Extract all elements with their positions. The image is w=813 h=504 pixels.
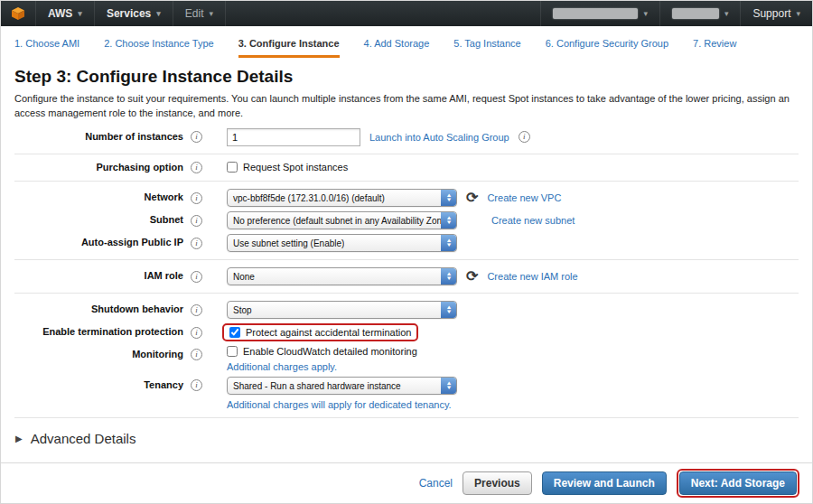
subnet-label: Subnet: [150, 214, 183, 226]
caret-down-icon: ▾: [796, 10, 800, 18]
nav-aws-label: AWS: [48, 7, 72, 20]
refresh-icon[interactable]: ⟳: [466, 269, 478, 284]
triangle-right-icon: ▶: [15, 434, 23, 443]
row-number-of-instances: Number of instances i Launch into Auto S…: [14, 128, 799, 146]
select-arrows-icon: ▲ ▼: [441, 235, 456, 251]
refresh-icon[interactable]: ⟳: [466, 191, 478, 205]
aws-cube-icon: [11, 6, 25, 21]
termination-protection-highlight: Protect against accidental termination: [222, 323, 418, 341]
iam-role-label: IAM role: [145, 270, 183, 282]
top-nav: AWS ▾ Services ▾ Edit ▾ ▾ ▾ Support ▾: [1, 1, 812, 26]
aws-logo[interactable]: [1, 1, 36, 26]
nav-spacer: [226, 1, 540, 26]
auto-assign-public-ip-select[interactable]: Use subnet setting (Enable) ▲ ▼: [227, 234, 457, 252]
number-of-instances-label: Number of instances: [85, 131, 183, 143]
nav-aws-menu[interactable]: AWS ▾: [36, 1, 95, 26]
shutdown-behavior-label: Shutdown behavior: [91, 303, 183, 315]
divider: [14, 293, 799, 294]
cancel-link[interactable]: Cancel: [419, 477, 453, 490]
nav-services-menu[interactable]: Services ▾: [95, 1, 173, 26]
page-description: Configure the instance to suit your requ…: [14, 92, 799, 121]
divider: [14, 154, 799, 154]
row-purchasing-option: Purchasing option i Request Spot instanc…: [14, 162, 799, 173]
network-label: Network: [145, 191, 183, 203]
ec2-launch-wizard-page: AWS ▾ Services ▾ Edit ▾ ▾ ▾ Support ▾ 1.…: [0, 0, 813, 504]
tenancy-select[interactable]: Shared - Run a shared hardware instance …: [227, 377, 457, 395]
nav-support-menu[interactable]: Support ▾: [740, 1, 812, 26]
info-icon[interactable]: i: [191, 215, 202, 227]
info-icon[interactable]: i: [191, 192, 202, 204]
caret-down-icon: ▾: [724, 10, 729, 18]
row-tenancy: Tenancy i Shared - Run a shared hardware…: [14, 377, 799, 410]
review-and-launch-button[interactable]: Review and Launch: [542, 471, 667, 495]
termination-protection-checkbox-label: Protect against accidental termination: [246, 327, 411, 338]
row-auto-assign-public-ip: Auto-assign Public IP i Use subnet setti…: [14, 234, 799, 252]
caret-down-icon: ▾: [643, 10, 648, 18]
divider: [14, 259, 799, 260]
info-icon[interactable]: i: [519, 131, 530, 143]
monitoring-additional-charges-link[interactable]: Additional charges apply.: [227, 361, 337, 372]
main-content: Step 3: Configure Instance Details Confi…: [1, 58, 812, 446]
nav-account-menu-redacted[interactable]: ▾: [540, 1, 659, 26]
wizard-footer: Cancel Previous Review and Launch Next: …: [1, 462, 812, 503]
nav-services-label: Services: [107, 7, 151, 20]
divider: [14, 417, 799, 418]
tenancy-label: Tenancy: [144, 379, 183, 391]
row-network: Network i vpc-bbf8f5de (172.31.0.0/16) (…: [14, 189, 799, 207]
select-arrows-icon: ▲ ▼: [441, 190, 456, 206]
auto-scaling-group-link[interactable]: Launch into Auto Scaling Group: [369, 132, 509, 143]
row-monitoring: Monitoring i Enable CloudWatch detailed …: [14, 346, 799, 372]
nav-region-menu-redacted[interactable]: ▾: [659, 1, 741, 26]
row-iam-role: IAM role i None ▲ ▼ ⟳ Create new IAM rol…: [14, 267, 799, 285]
purchasing-option-label: Purchasing option: [96, 162, 183, 173]
tenancy-additional-charges-link[interactable]: Additional charges will apply for dedica…: [227, 399, 452, 410]
row-termination-protection: Enable termination protection i Protect …: [14, 323, 799, 341]
tab-configure-instance[interactable]: 3. Configure Instance: [238, 38, 340, 58]
row-shutdown-behavior: Shutdown behavior i Stop ▲ ▼: [14, 301, 799, 319]
row-subnet: Subnet i No preference (default subnet i…: [14, 211, 799, 229]
info-icon[interactable]: i: [191, 238, 202, 249]
auto-assign-public-ip-label: Auto-assign Public IP: [81, 237, 183, 248]
advanced-details-label: Advanced Details: [31, 431, 136, 446]
info-icon[interactable]: i: [191, 327, 202, 339]
termination-protection-checkbox[interactable]: [229, 327, 240, 338]
select-arrows-icon: ▲ ▼: [441, 378, 456, 394]
info-icon[interactable]: i: [191, 162, 202, 173]
tab-choose-ami[interactable]: 1. Choose AMI: [14, 38, 79, 58]
cloudwatch-monitoring-label: Enable CloudWatch detailed monitoring: [243, 346, 417, 357]
monitoring-label: Monitoring: [132, 349, 183, 360]
tab-choose-instance-type[interactable]: 2. Choose Instance Type: [104, 38, 214, 58]
termination-protection-label: Enable termination protection: [42, 326, 183, 338]
tab-review[interactable]: 7. Review: [693, 38, 736, 58]
iam-role-select[interactable]: None ▲ ▼: [227, 267, 457, 285]
select-arrows-icon: ▲ ▼: [441, 268, 456, 285]
nav-edit-menu[interactable]: Edit ▾: [173, 1, 226, 26]
network-select[interactable]: vpc-bbf8f5de (172.31.0.0/16) (default) ▲…: [227, 189, 457, 207]
info-icon[interactable]: i: [191, 304, 202, 316]
caret-down-icon: ▾: [209, 10, 213, 18]
tab-add-storage[interactable]: 4. Add Storage: [364, 38, 430, 58]
tab-configure-security-group[interactable]: 6. Configure Security Group: [546, 38, 668, 58]
create-new-iam-role-link[interactable]: Create new IAM role: [487, 271, 577, 282]
number-of-instances-input[interactable]: [227, 128, 360, 146]
shutdown-behavior-select[interactable]: Stop ▲ ▼: [227, 301, 457, 319]
select-arrows-icon: ▲ ▼: [441, 212, 456, 229]
info-icon[interactable]: i: [191, 131, 202, 143]
advanced-details-toggle[interactable]: ▶ Advanced Details: [15, 431, 799, 446]
redacted-region-name: [672, 8, 719, 19]
cloudwatch-monitoring-checkbox[interactable]: [227, 346, 238, 357]
subnet-select[interactable]: No preference (default subnet in any Ava…: [227, 211, 457, 229]
create-new-subnet-link[interactable]: Create new subnet: [491, 215, 575, 226]
next-add-storage-button[interactable]: Next: Add Storage: [679, 471, 797, 495]
divider: [14, 181, 799, 182]
tab-tag-instance[interactable]: 5. Tag Instance: [453, 38, 520, 58]
request-spot-instances-label: Request Spot instances: [243, 162, 348, 173]
info-icon[interactable]: i: [191, 271, 202, 283]
info-icon[interactable]: i: [191, 379, 202, 391]
info-icon[interactable]: i: [191, 349, 202, 360]
caret-down-icon: ▾: [78, 10, 82, 18]
create-new-vpc-link[interactable]: Create new VPC: [487, 192, 561, 203]
wizard-step-tabs: 1. Choose AMI 2. Choose Instance Type 3.…: [1, 26, 812, 58]
request-spot-instances-checkbox[interactable]: [227, 162, 238, 173]
previous-button[interactable]: Previous: [463, 471, 532, 495]
